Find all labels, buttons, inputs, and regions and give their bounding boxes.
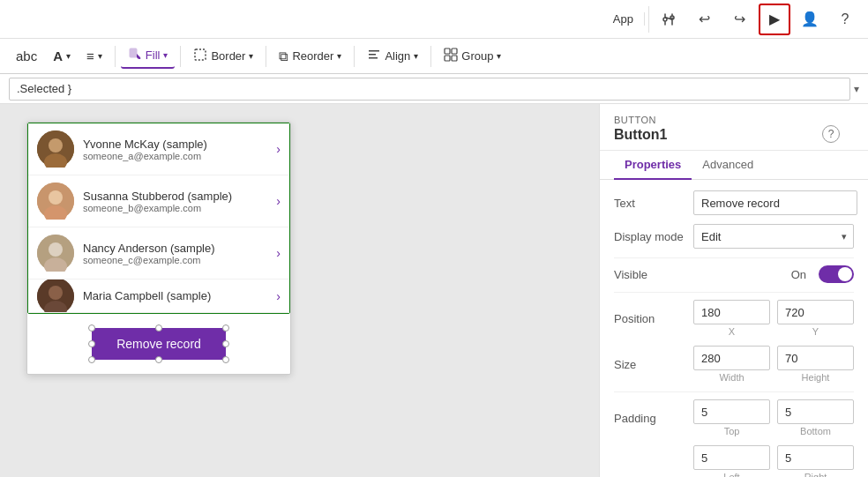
- toolbar-sep-2: [180, 46, 181, 67]
- align-svg-icon: [367, 48, 381, 62]
- formula-text: .Selected }: [17, 82, 71, 95]
- group-icon: [444, 48, 458, 64]
- undo-btn[interactable]: ↩: [688, 4, 720, 35]
- fill-label: Fill: [146, 48, 161, 62]
- prop-size-row: Size Width Height: [614, 346, 854, 383]
- toolbar-align-text[interactable]: ≡ ▾: [79, 45, 109, 67]
- pad-right-label: Right: [777, 472, 854, 477]
- undo-icon: ↩: [699, 11, 710, 27]
- padding-lr-fields: Left Right: [693, 445, 854, 477]
- abc-icon: abc: [16, 48, 37, 63]
- list-container[interactable]: Yvonne McKay (sample) someone_a@example.…: [27, 123, 290, 314]
- toolbar-border[interactable]: Border ▾: [186, 44, 260, 68]
- width-label: Width: [693, 372, 770, 383]
- pad-top-wrap: Top: [693, 399, 770, 436]
- toolbar-sep-3: [266, 46, 266, 67]
- toolbar-reorder[interactable]: ⧉ Reorder ▾: [272, 45, 348, 68]
- pad-right-wrap: Right: [777, 445, 854, 477]
- handle-mr[interactable]: [222, 340, 229, 347]
- svg-rect-3: [369, 54, 376, 56]
- toolbar-group[interactable]: Group ▾: [437, 44, 508, 68]
- play-icon: ▶: [769, 11, 780, 27]
- list-item-info-1: Yvonne McKay (sample) someone_a@example.…: [83, 138, 276, 161]
- toolbar-abc[interactable]: abc: [9, 45, 44, 67]
- list-item-email-3: someone_c@example.com: [83, 255, 276, 265]
- handle-ml[interactable]: [88, 340, 95, 347]
- handle-tm[interactable]: [155, 324, 162, 332]
- visible-toggle[interactable]: [819, 265, 854, 283]
- toolbar-sep-5: [430, 46, 431, 67]
- toolbar-align[interactable]: Align ▾: [360, 44, 425, 68]
- toggle-knob: [838, 267, 852, 281]
- list-item[interactable]: Susanna Stubberod (sample) someone_b@exa…: [28, 175, 289, 227]
- help-circle-btn[interactable]: ?: [822, 125, 840, 143]
- svg-rect-0: [130, 48, 137, 57]
- handle-tr[interactable]: [222, 324, 229, 332]
- help-btn[interactable]: ?: [829, 4, 861, 35]
- list-item-info-3: Nancy Anderson (sample) someone_c@exampl…: [83, 242, 276, 265]
- height-input[interactable]: [777, 346, 854, 370]
- width-input[interactable]: [693, 346, 770, 370]
- padding-tb-fields: Top Bottom: [693, 399, 854, 436]
- tab-advanced[interactable]: Advanced: [692, 151, 764, 180]
- app-preview: Yvonne McKay (sample) someone_a@example.…: [26, 122, 291, 375]
- handle-bl[interactable]: [88, 356, 95, 363]
- formula-chevron-icon[interactable]: ▾: [854, 83, 859, 95]
- svg-rect-2: [369, 50, 379, 52]
- formula-input-wrap[interactable]: .Selected }: [9, 78, 850, 101]
- pos-x-input[interactable]: [693, 300, 770, 324]
- pad-top-input[interactable]: [693, 399, 770, 424]
- align-icon: [367, 48, 381, 64]
- svg-rect-7: [445, 56, 450, 61]
- main-area: Yvonne McKay (sample) someone_a@example.…: [0, 104, 868, 477]
- pad-top-label: Top: [693, 426, 770, 436]
- padding-label: Padding: [614, 412, 693, 425]
- pad-right-input[interactable]: [777, 445, 854, 470]
- list-item[interactable]: Maria Campbell (sample) ›: [28, 279, 289, 313]
- prop-position-row: Position X Y: [614, 300, 854, 337]
- fill-bucket-icon: [128, 47, 142, 61]
- selected-element: Remove record: [92, 328, 226, 360]
- pos-y-wrap: Y: [777, 300, 854, 337]
- border-label: Border: [211, 49, 245, 63]
- text-prop-label: Text: [614, 197, 693, 210]
- handle-bm[interactable]: [155, 356, 162, 363]
- redo-icon: ↪: [734, 11, 745, 27]
- fill-chevron-icon: ▾: [163, 50, 168, 60]
- redo-btn[interactable]: ↪: [723, 4, 755, 35]
- svg-point-16: [49, 242, 63, 257]
- display-mode-select[interactable]: Edit View Disabled: [693, 224, 854, 249]
- list-item[interactable]: Nancy Anderson (sample) someone_c@exampl…: [28, 227, 289, 279]
- avatar-2: [37, 183, 74, 220]
- top-bar: App ↩ ↪ ▶ 👤 ?: [0, 0, 868, 39]
- width-wrap: Width: [693, 346, 770, 383]
- border-chevron-icon: ▾: [249, 51, 253, 61]
- toolbar-fill[interactable]: Fill ▾: [121, 43, 176, 69]
- play-btn[interactable]: ▶: [759, 4, 790, 35]
- svg-rect-6: [452, 48, 457, 54]
- pos-x-label: X: [693, 326, 770, 337]
- list-item[interactable]: Yvonne McKay (sample) someone_a@example.…: [28, 123, 289, 175]
- list-item-name-4: Maria Campbell (sample): [83, 289, 276, 302]
- account-btn[interactable]: 👤: [794, 4, 826, 35]
- pad-bottom-input[interactable]: [777, 399, 854, 424]
- list-chevron-icon-2: ›: [276, 194, 281, 208]
- remove-record-button[interactable]: Remove record: [92, 328, 226, 360]
- pad-left-label: Left: [693, 472, 770, 477]
- fork-icon-btn[interactable]: [653, 4, 685, 35]
- pos-y-input[interactable]: [777, 300, 854, 324]
- toolbar-font[interactable]: A ▾: [46, 45, 78, 67]
- divider-3: [614, 391, 854, 392]
- top-bar-actions: App ↩ ↪ ▶ 👤 ?: [602, 4, 861, 35]
- list-item-email-2: someone_b@example.com: [83, 203, 276, 213]
- position-fields: X Y: [693, 300, 854, 337]
- pad-left-input[interactable]: [693, 445, 770, 470]
- tab-properties[interactable]: Properties: [614, 151, 692, 180]
- pos-x-wrap: X: [693, 300, 770, 337]
- prop-display-mode-row: Display mode Edit View Disabled ▾: [614, 224, 854, 249]
- text-prop-input[interactable]: [693, 190, 857, 215]
- size-label: Size: [614, 358, 693, 371]
- tab-properties-label: Properties: [625, 158, 681, 171]
- handle-br[interactable]: [222, 356, 229, 363]
- avatar-3: [37, 235, 74, 272]
